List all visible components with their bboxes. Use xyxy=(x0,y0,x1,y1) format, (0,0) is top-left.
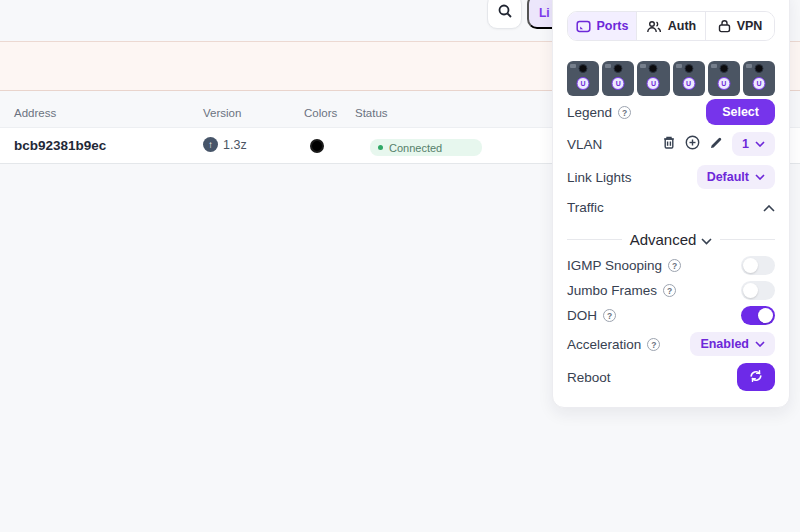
doh-toggle[interactable] xyxy=(741,306,775,325)
device-version-cell: ↑ 1.3z xyxy=(203,137,247,152)
column-header-status: Status xyxy=(355,107,388,119)
port-untagged-badge: U xyxy=(577,77,590,90)
legend-row: Legend ? Select xyxy=(567,98,775,126)
column-header-colors: Colors xyxy=(304,107,337,119)
igmp-snooping-label: IGMP Snooping xyxy=(567,258,662,273)
tab-vpn[interactable]: VPN xyxy=(706,12,774,40)
doh-label: DOH xyxy=(567,308,597,323)
status-dot-icon xyxy=(378,145,383,150)
search-button[interactable] xyxy=(487,0,522,29)
igmp-toggle[interactable] xyxy=(741,256,775,275)
advanced-label: Advanced xyxy=(630,231,697,248)
chevron-down-icon xyxy=(755,341,765,347)
reboot-label: Reboot xyxy=(567,370,611,385)
vlan-delete-button[interactable] xyxy=(662,135,676,153)
doh-row: DOH ? xyxy=(567,303,775,327)
tab-auth-label: Auth xyxy=(668,19,696,33)
column-header-address: Address xyxy=(14,107,56,119)
port-led-icon xyxy=(684,64,693,73)
vlan-label: VLAN xyxy=(567,137,602,152)
tab-ports[interactable]: Ports xyxy=(568,12,637,40)
acceleration-row: Acceleration ? Enabled xyxy=(567,330,775,358)
port-tile[interactable]: U xyxy=(602,61,634,96)
reboot-row: Reboot xyxy=(567,362,775,392)
port-led-icon xyxy=(719,64,728,73)
tab-auth[interactable]: Auth xyxy=(637,12,706,40)
pencil-icon xyxy=(709,136,723,153)
chevron-down-icon xyxy=(701,231,712,248)
jumbo-toggle[interactable] xyxy=(741,281,775,300)
lights-button-label: Li xyxy=(539,6,550,20)
traffic-row[interactable]: Traffic xyxy=(567,195,775,219)
port-corner-label xyxy=(676,64,682,68)
port-untagged-badge: U xyxy=(752,77,765,90)
tab-vpn-label: VPN xyxy=(737,19,763,33)
vlan-value: 1 xyxy=(742,137,749,151)
port-corner-label xyxy=(640,64,646,68)
status-label: Connected xyxy=(389,142,442,154)
port-led-icon xyxy=(579,64,588,73)
port-tile[interactable]: U xyxy=(708,61,740,96)
trash-icon xyxy=(662,135,676,153)
acceleration-value: Enabled xyxy=(700,337,749,351)
port-tile[interactable]: U xyxy=(743,61,775,96)
port-led-icon xyxy=(649,64,658,73)
plus-circle-icon xyxy=(685,135,700,153)
port-untagged-badge: U xyxy=(717,77,730,90)
legend-help-icon[interactable]: ? xyxy=(618,106,631,119)
acceleration-dropdown[interactable]: Enabled xyxy=(690,332,775,356)
link-lights-value: Default xyxy=(707,170,749,184)
chevron-down-icon xyxy=(755,141,765,147)
reboot-button[interactable] xyxy=(737,363,775,391)
port-untagged-badge: U xyxy=(647,77,660,90)
acceleration-label: Acceleration xyxy=(567,337,641,352)
ports-icon xyxy=(576,20,591,33)
port-untagged-badge: U xyxy=(682,77,695,90)
link-lights-dropdown[interactable]: Default xyxy=(697,165,775,189)
port-corner-label xyxy=(570,64,576,68)
port-tile[interactable]: U xyxy=(637,61,669,96)
panel-tabbar: Ports Auth VPN xyxy=(567,11,775,41)
port-untagged-badge: U xyxy=(612,77,625,90)
device-address: bcb92381b9ec xyxy=(14,138,106,153)
jumbo-frames-label: Jumbo Frames xyxy=(567,283,657,298)
search-icon xyxy=(497,3,513,22)
vlan-dropdown[interactable]: 1 xyxy=(732,132,775,156)
vlan-edit-button[interactable] xyxy=(709,136,723,153)
port-tile[interactable]: U xyxy=(673,61,705,96)
divider-line xyxy=(720,239,775,240)
advanced-toggle[interactable]: Advanced xyxy=(630,231,713,248)
chevron-down-icon xyxy=(755,174,765,180)
traffic-label: Traffic xyxy=(567,200,604,215)
divider-line xyxy=(567,239,622,240)
vlan-add-button[interactable] xyxy=(685,135,700,153)
jumbo-help-icon[interactable]: ? xyxy=(663,284,676,297)
chevron-up-icon[interactable] xyxy=(763,198,775,216)
doh-help-icon[interactable]: ? xyxy=(603,309,616,322)
jumbo-frames-row: Jumbo Frames ? xyxy=(567,278,775,302)
acceleration-help-icon[interactable]: ? xyxy=(647,338,660,351)
port-led-icon xyxy=(754,64,763,73)
port-tiles-strip: U U U U U U xyxy=(567,61,775,96)
link-lights-label: Link Lights xyxy=(567,170,632,185)
select-button[interactable]: Select xyxy=(706,99,775,125)
igmp-snooping-row: IGMP Snooping ? xyxy=(567,253,775,277)
device-version: 1.3z xyxy=(223,138,247,152)
port-corner-label xyxy=(605,64,611,68)
refresh-icon xyxy=(748,368,764,387)
port-led-icon xyxy=(614,64,623,73)
port-corner-label xyxy=(746,64,752,68)
vlan-row: VLAN xyxy=(567,130,775,158)
port-corner-label xyxy=(711,64,717,68)
legend-label: Legend xyxy=(567,105,612,120)
auth-users-icon xyxy=(646,20,662,33)
column-header-version: Version xyxy=(203,107,241,119)
tab-ports-label: Ports xyxy=(597,19,629,33)
port-tile[interactable]: U xyxy=(567,61,599,96)
vpn-lock-icon xyxy=(718,19,731,33)
igmp-help-icon[interactable]: ? xyxy=(668,259,681,272)
device-color-swatch xyxy=(310,139,324,153)
status-badge: Connected xyxy=(370,139,482,156)
link-lights-row: Link Lights Default xyxy=(567,163,775,191)
advanced-divider: Advanced xyxy=(567,227,775,251)
